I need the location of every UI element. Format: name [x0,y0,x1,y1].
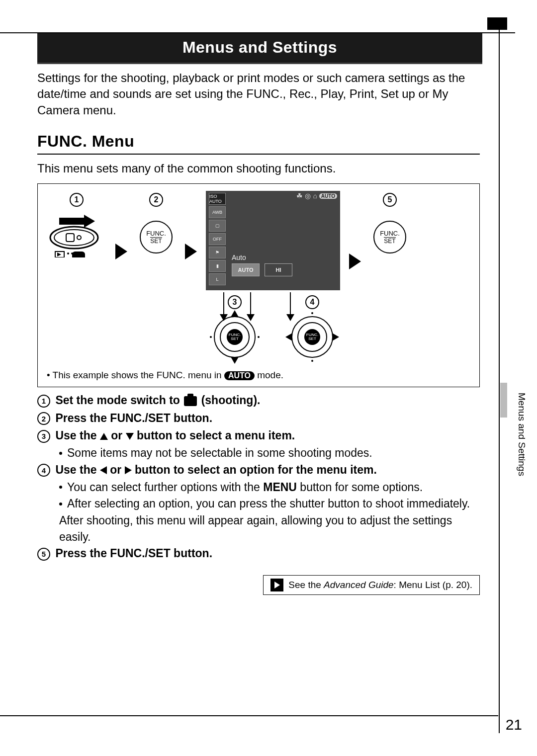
see-also-box: See the Advanced Guide: Menu List (p. 20… [263,575,480,595]
func-label: FUNC. [380,230,400,237]
corner-tab [487,17,507,30]
section-sub: This menu sets many of the common shooti… [37,162,480,175]
callout-4: 4 [305,295,319,309]
set-label: SET [384,237,395,244]
set-label: SET [150,237,162,244]
func-label: FUNC. [146,230,166,237]
right-arrow-icon [125,466,132,474]
intro-text: Settings for the shooting, playback or p… [37,70,480,118]
side-tab [500,383,507,418]
title-bar: Menus and Settings [37,33,482,64]
down-arrow-icon [126,433,134,440]
sidebar-drive: ▢ [209,220,226,232]
arrow-right-icon [349,253,361,269]
func-set-button: FUNC. SET [373,221,406,253]
control-pad-vertical: FUNC.SET [211,313,259,361]
callout-2: 2 [149,193,163,207]
screen-option-label: Auto [232,253,246,261]
up-arrow-icon [100,433,108,440]
right-rule [499,30,500,733]
page-number: 21 [506,716,522,733]
sidebar-meter: ⚑ [209,247,226,258]
svg-marker-7 [57,252,61,256]
sidebar-off: OFF [209,233,226,245]
svg-rect-0 [59,218,84,225]
mode-switch-graphic [49,213,104,259]
svg-marker-1 [84,215,95,228]
option-auto: AUTO [232,263,260,276]
svg-point-5 [77,236,81,240]
option-hi: HI [265,263,292,276]
side-label: Menus and Settings [516,393,527,476]
callout-5: 5 [383,193,397,207]
diagram-box: 1 [37,183,480,387]
sidebar-size: L [209,273,226,285]
sidebar-iso: ISO AUTO [209,193,226,205]
control-pad-horizontal: FUNC.SET [288,313,336,361]
lcd-screen: ISO AUTO AWB ▢ OFF ⚑ ▮ L ☘◎⌂ AUTO Auto [206,191,340,290]
sidebar-comp: ▮ [209,260,226,272]
sidebar-awb: AWB [209,206,226,218]
svg-point-8 [67,252,69,254]
see-arrow-icon [270,579,283,591]
auto-badge: AUTO [224,371,255,380]
svg-rect-4 [66,234,74,242]
bottom-rule [0,715,498,716]
step4-sub2: After selecting an option, you can press… [59,497,470,543]
callout-1: 1 [70,193,84,207]
left-arrow-icon [100,466,107,474]
arrow-right-icon [115,244,127,259]
section-heading: FUNC. Menu [37,132,480,155]
steps-list: 1 Set the mode switch to (shooting). 2 P… [37,392,480,562]
step3-sub: Some items may not be selectable in some… [67,446,372,459]
camera-icon [184,396,197,406]
diagram-caption: • This example shows the FUNC. menu in A… [47,370,470,381]
func-set-button: FUNC. SET [140,221,173,253]
arrow-right-icon [185,244,197,259]
screen-status-icons: ☘◎⌂ AUTO [296,192,337,200]
